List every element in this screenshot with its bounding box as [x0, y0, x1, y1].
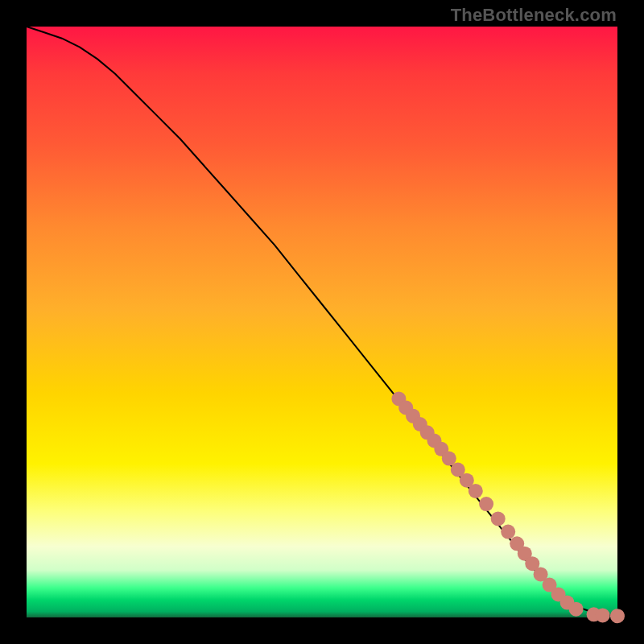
data-marker [596, 608, 610, 622]
chart-frame: TheBottleneck.com [0, 0, 644, 644]
data-marker [569, 602, 584, 617]
data-marker [479, 497, 493, 511]
data-marker [469, 484, 483, 498]
chart-overlay [27, 27, 617, 617]
curve-line [27, 27, 617, 617]
data-marker [610, 609, 625, 623]
data-marker [501, 525, 515, 539]
data-marker [491, 511, 506, 526]
attribution-label: TheBottleneck.com [451, 5, 617, 26]
marker-group [391, 391, 625, 623]
